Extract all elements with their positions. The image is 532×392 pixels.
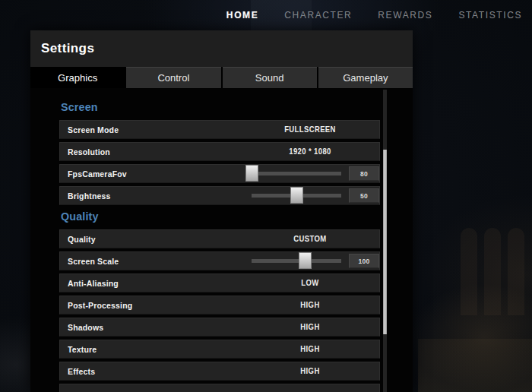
tab-sound[interactable]: Sound <box>223 67 317 88</box>
row-value: HIGH <box>243 301 378 309</box>
row-label: Anti-Aliasing <box>68 279 119 288</box>
settings-panel: Settings GraphicsControlSoundGameplay Sc… <box>30 30 413 392</box>
panel-header: Settings <box>30 30 413 67</box>
row-label: Quality <box>68 235 96 244</box>
nav-item-home[interactable]: HOME <box>226 10 258 21</box>
row-label: Screen Mode <box>68 125 119 134</box>
settings-row[interactable]: FpsCameraFov 80 <box>59 164 380 183</box>
slider-track[interactable] <box>252 172 341 175</box>
nav-item-statistics[interactable]: STATISTICS <box>458 10 522 21</box>
row-label: Shadows <box>68 323 103 332</box>
background-crates-art <box>418 339 532 392</box>
settings-row[interactable]: Resolution 1920 * 1080 <box>59 142 380 161</box>
arch-shape <box>484 228 501 315</box>
settings-content: Screen Screen Mode FULLSCREEN Resolution… <box>30 88 413 392</box>
settings-row[interactable]: Screen Mode FULLSCREEN <box>59 120 380 139</box>
game-screen: { "nav": { "items": [ {"label": "HOME", … <box>0 0 532 392</box>
settings-row[interactable]: Quality CUSTOM <box>59 229 380 248</box>
nav-item-rewards[interactable]: REWARDS <box>378 10 432 21</box>
tab-graphics[interactable]: Graphics <box>30 67 125 88</box>
row-value: HIGH <box>243 345 378 353</box>
slider-value-badge: 100 <box>349 254 379 268</box>
slider-handle[interactable] <box>290 187 303 204</box>
tab-gameplay[interactable]: Gameplay <box>318 67 413 88</box>
row-value: 1920 * 1080 <box>243 147 378 156</box>
tab-bar: GraphicsControlSoundGameplay <box>30 67 413 88</box>
row-value: HIGH <box>243 367 378 375</box>
settings-row[interactable]: Anti-Aliasing LOW <box>59 273 380 292</box>
settings-row[interactable]: Effects HIGH <box>59 362 380 381</box>
settings-row[interactable]: Post-Processing HIGH <box>59 296 380 315</box>
tab-control[interactable]: Control <box>126 67 220 88</box>
scrollbar-track[interactable] <box>383 90 387 392</box>
slider-track[interactable] <box>252 259 341 263</box>
arch-shape <box>508 228 524 315</box>
settings-row[interactable]: Texture HIGH <box>59 340 380 359</box>
slider-track[interactable] <box>252 194 341 198</box>
settings-row-partial[interactable] <box>59 384 380 392</box>
slider-handle[interactable] <box>299 252 312 269</box>
nav-item-character[interactable]: CHARACTER <box>284 10 352 21</box>
row-label: Screen Scale <box>68 257 119 266</box>
row-value: HIGH <box>243 323 378 331</box>
row-value: CUSTOM <box>243 235 378 243</box>
section-title: Quality <box>61 210 395 223</box>
row-label: Brightness <box>68 191 110 201</box>
scrollbar-thumb[interactable] <box>383 150 387 334</box>
settings-row[interactable]: Screen Scale 100 <box>59 251 380 270</box>
top-nav: HOMECHARACTERREWARDSSTATISTICS <box>226 10 522 21</box>
row-label: Texture <box>68 345 97 354</box>
row-label: Post-Processing <box>68 301 132 310</box>
row-label: Resolution <box>68 147 110 156</box>
row-value: FULLSCREEN <box>243 125 378 134</box>
arch-shape <box>461 228 477 315</box>
section-title: Screen <box>61 100 395 114</box>
row-value: LOW <box>243 279 378 287</box>
background-arches-art <box>461 228 524 315</box>
panel-title: Settings <box>41 41 94 56</box>
settings-row[interactable]: Brightness 50 <box>59 186 380 205</box>
row-label: Effects <box>68 367 95 376</box>
slider-handle[interactable] <box>245 165 258 182</box>
settings-row[interactable]: Shadows HIGH <box>59 318 380 337</box>
slider-value-badge: 80 <box>349 166 379 181</box>
row-label: FpsCameraFov <box>68 169 127 179</box>
slider-value-badge: 50 <box>349 188 379 203</box>
